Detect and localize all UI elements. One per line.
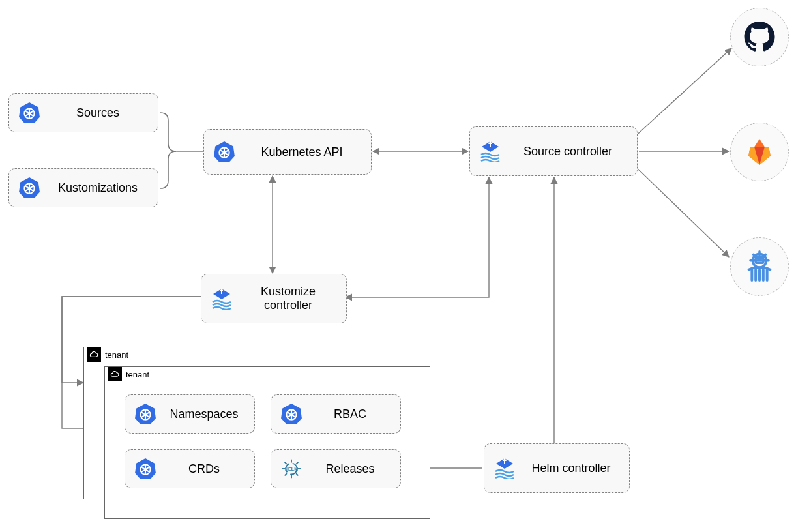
label: Kustomize controller	[239, 285, 337, 312]
kubernetes-icon	[280, 403, 302, 425]
helm-icon: HELM	[280, 458, 302, 480]
label: Helm controller	[522, 462, 620, 475]
label: RBAC	[309, 407, 391, 421]
tenant-panel-front: tenant Namespaces RBAC CRDs	[104, 366, 430, 519]
node-sources: Sources	[8, 93, 158, 132]
label: Namespaces	[163, 407, 245, 421]
node-rbac: RBAC	[271, 394, 401, 434]
node-helm-controller: Helm controller	[484, 443, 630, 493]
svg-text:HELM: HELM	[285, 467, 298, 472]
svg-line-66	[296, 462, 298, 464]
label: Kubernetes API	[242, 145, 362, 159]
flux-icon	[211, 288, 233, 310]
label: Releases	[309, 462, 391, 476]
diagram-canvas: { "nodes": { "sources": { "label": "Sour…	[0, 0, 811, 532]
label: CRDs	[163, 462, 245, 476]
tenant-header: tenant	[105, 367, 153, 381]
label: Source controller	[508, 145, 628, 158]
kubernetes-icon	[134, 403, 156, 425]
tenant-label: tenant	[105, 349, 128, 360]
label: Sources	[47, 106, 149, 120]
node-namespaces: Namespaces	[125, 394, 255, 434]
node-source-controller: Source controller	[469, 126, 638, 176]
external-helm-repo	[730, 237, 789, 296]
external-gitlab	[730, 123, 789, 181]
node-releases: HELM Releases	[271, 449, 401, 488]
kubernetes-icon	[134, 458, 156, 480]
cloud-icon	[108, 367, 122, 381]
svg-line-64	[296, 473, 298, 475]
svg-line-65	[285, 473, 287, 475]
node-crds: CRDs	[125, 449, 255, 488]
tenant-header: tenant	[84, 347, 132, 362]
kubernetes-icon	[213, 141, 235, 163]
external-github	[730, 8, 789, 66]
gitlab-icon	[744, 136, 775, 168]
label: Kustomizations	[47, 181, 149, 195]
tenant-label: tenant	[126, 369, 149, 379]
cloud-icon	[87, 347, 101, 362]
flux-icon	[494, 457, 516, 479]
node-kubernetes-api: Kubernetes API	[203, 129, 372, 175]
kubernetes-icon	[18, 102, 40, 124]
svg-line-63	[285, 462, 287, 464]
flux-icon	[479, 140, 501, 162]
kubernetes-icon	[18, 177, 40, 199]
node-kustomize-controller: Kustomize controller	[201, 274, 347, 323]
node-kustomizations: Kustomizations	[8, 168, 158, 207]
github-icon	[743, 21, 776, 53]
harbor-icon	[741, 248, 778, 285]
